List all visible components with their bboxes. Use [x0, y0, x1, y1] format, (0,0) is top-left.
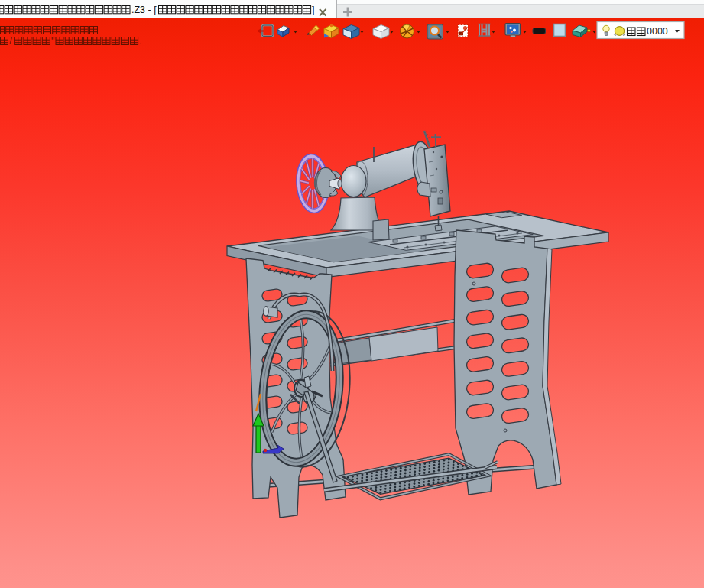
- svg-text:0000: 0000: [647, 26, 668, 37]
